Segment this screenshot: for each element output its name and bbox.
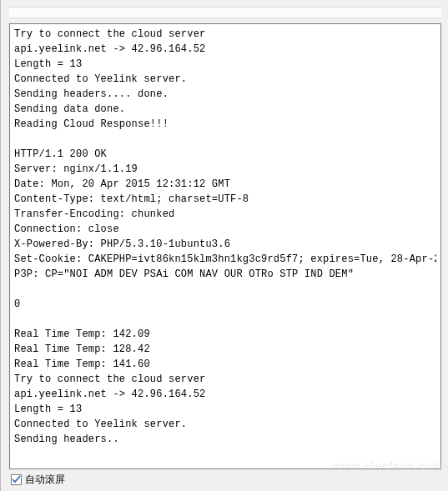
console-line: Sending headers.. bbox=[14, 432, 436, 447]
console-line: Length = 13 bbox=[14, 57, 436, 72]
console-line: HTTP/1.1 200 OK bbox=[14, 147, 436, 162]
console-line: Server: nginx/1.1.19 bbox=[14, 162, 436, 177]
console-line: P3P: CP="NOI ADM DEV PSAi COM NAV OUR OT… bbox=[14, 267, 436, 282]
checkbox-icon bbox=[11, 474, 22, 485]
console-line: X-Powered-By: PHP/5.3.10-1ubuntu3.6 bbox=[14, 237, 436, 252]
console-line: Connected to Yeelink server. bbox=[14, 417, 436, 432]
console-line: Reading Cloud Response!!! bbox=[14, 117, 436, 132]
console-line: api.yeelink.net -> 42.96.164.52 bbox=[14, 42, 436, 57]
autoscroll-checkbox[interactable]: 自动滚屏 bbox=[11, 473, 65, 487]
footer-row: 自动滚屏 bbox=[9, 469, 441, 488]
console-line: Real Time Temp: 128.42 bbox=[14, 342, 436, 357]
console-line: api.yeelink.net -> 42.96.164.52 bbox=[14, 387, 436, 402]
console-output[interactable]: Try to connect the cloud serverapi.yeeli… bbox=[9, 23, 441, 469]
console-line: Real Time Temp: 142.09 bbox=[14, 327, 436, 342]
console-line: Length = 13 bbox=[14, 402, 436, 417]
console-line bbox=[14, 312, 436, 327]
console-line: Connection: close bbox=[14, 222, 436, 237]
console-line bbox=[14, 132, 436, 147]
console-line: Try to connect the cloud server bbox=[14, 27, 436, 42]
console-line: Sending data done. bbox=[14, 102, 436, 117]
console-line: Sending headers.... done. bbox=[14, 87, 436, 102]
console-line bbox=[14, 282, 436, 297]
console-line: Try to connect the cloud server bbox=[14, 372, 436, 387]
console-line: Real Time Temp: 141.60 bbox=[14, 357, 436, 372]
console-line: Set-Cookie: CAKEPHP=ivt86kn15klm3hn1kg3c… bbox=[14, 252, 436, 267]
console-line: Content-Type: text/html; charset=UTF-8 bbox=[14, 192, 436, 207]
toolbar-strip bbox=[9, 7, 441, 18]
console-line: Transfer-Encoding: chunked bbox=[14, 207, 436, 222]
serial-monitor-panel: Try to connect the cloud serverapi.yeeli… bbox=[0, 0, 448, 491]
autoscroll-label: 自动滚屏 bbox=[25, 473, 65, 487]
console-line: Date: Mon, 20 Apr 2015 12:31:12 GMT bbox=[14, 177, 436, 192]
console-line: Connected to Yeelink server. bbox=[14, 72, 436, 87]
console-line: 0 bbox=[14, 297, 436, 312]
